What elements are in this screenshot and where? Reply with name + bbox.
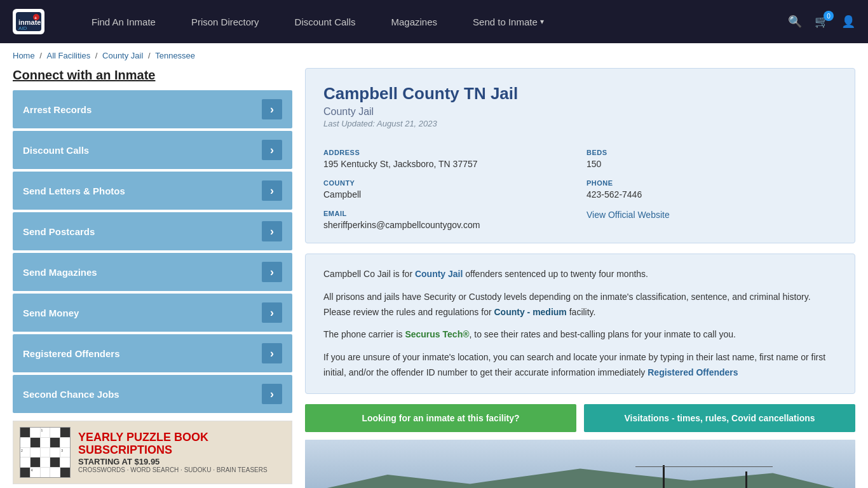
search-icon[interactable]: 🔍 xyxy=(788,15,802,29)
county-jail-link[interactable]: County Jail xyxy=(415,269,463,279)
sidebar-arrest-records[interactable]: Arrest Records › xyxy=(13,90,292,128)
facility-details: ADDRESS 195 Kentucky St, Jacksboro, TN 3… xyxy=(323,140,837,230)
ad-title-line1: YEARLY PUZZLE BOOK xyxy=(78,431,285,444)
user-icon[interactable]: 👤 xyxy=(841,15,855,29)
breadcrumb-tennessee[interactable]: Tennessee xyxy=(155,51,195,60)
nav-discount-calls[interactable]: Discount Calls xyxy=(277,0,374,43)
arrow-icon: › xyxy=(262,99,282,119)
svg-text:AID: AID xyxy=(18,25,27,31)
arrow-icon: › xyxy=(262,221,282,241)
sidebar-send-money[interactable]: Send Money › xyxy=(13,294,292,332)
county-value: Campbell xyxy=(323,189,574,200)
nav-magazines[interactable]: Magazines xyxy=(373,0,455,43)
puzzle-grid: 1 23 4 xyxy=(20,427,71,478)
main-layout: Connect with an Inmate Arrest Records › … xyxy=(0,68,868,488)
beds-label: BEDS xyxy=(587,149,837,156)
pole1 xyxy=(663,465,665,488)
county-medium-link[interactable]: County - medium xyxy=(494,307,566,317)
arrow-icon: › xyxy=(262,180,282,201)
arrow-icon: › xyxy=(262,384,282,404)
nav-find-inmate[interactable]: Find An Inmate xyxy=(74,0,173,43)
address-group: ADDRESS 195 Kentucky St, Jacksboro, TN 3… xyxy=(323,149,574,169)
sidebar-send-postcards[interactable]: Send Postcards › xyxy=(13,212,292,250)
breadcrumb-sep3: / xyxy=(148,51,153,60)
desc-para1: Campbell Co Jail is for County Jail offe… xyxy=(323,267,837,282)
ad-banner[interactable]: 1 23 4 YEARLY PUZZLE BOOK SUBSCRIPTIONS … xyxy=(13,421,292,484)
ad-title-line2: SUBSCRIPTIONS xyxy=(78,444,285,457)
registered-offenders-link[interactable]: Registered Offenders xyxy=(648,367,738,377)
desc-para3: The phone carrier is Securus Tech®, to s… xyxy=(323,327,837,342)
facility-type: County Jail xyxy=(323,106,837,118)
desc-para4: If you are unsure of your inmate's locat… xyxy=(323,350,837,381)
arrow-icon: › xyxy=(262,343,282,363)
sidebar-title: Connect with an Inmate xyxy=(13,68,292,83)
desc-para2: All prisons and jails have Security or C… xyxy=(323,290,837,320)
facility-name: Campbell County TN Jail xyxy=(323,84,837,104)
cart-badge: 0 xyxy=(824,11,834,21)
svg-text:+: + xyxy=(34,16,37,20)
beds-value: 150 xyxy=(587,159,837,169)
visitations-button[interactable]: Visitations - times, rules, Covid cancel… xyxy=(584,404,855,432)
logo-icon: inmate AID + xyxy=(13,9,44,34)
email-value: sheriffperkins@campbellcountygov.com xyxy=(323,220,574,230)
email-group: EMAIL sheriffperkins@campbellcountygov.c… xyxy=(323,210,574,230)
breadcrumb: Home / All Facilities / County Jail / Te… xyxy=(0,43,868,68)
main-content: Campbell County TN Jail County Jail Last… xyxy=(305,68,855,488)
pole2 xyxy=(745,471,747,488)
power-line xyxy=(635,466,773,467)
sidebar-registered-offenders[interactable]: Registered Offenders › xyxy=(13,334,292,372)
website-group: View Official Website xyxy=(587,210,837,230)
facility-card: Campbell County TN Jail County Jail Last… xyxy=(305,68,855,243)
arrow-icon: › xyxy=(262,302,282,323)
breadcrumb-all-facilities[interactable]: All Facilities xyxy=(47,51,91,60)
ad-price: STARTING AT $19.95 xyxy=(78,457,285,466)
phone-group: PHONE 423-562-7446 xyxy=(587,179,837,200)
county-group: COUNTY Campbell xyxy=(323,179,574,200)
facility-image xyxy=(305,440,855,488)
nav-send-to-inmate[interactable]: Send to Inmate xyxy=(455,0,562,43)
securus-link[interactable]: Securus Tech® xyxy=(405,329,469,339)
header-icons: 🔍 🛒 0 👤 xyxy=(788,15,855,29)
address-value: 195 Kentucky St, Jacksboro, TN 37757 xyxy=(323,159,574,169)
breadcrumb-home[interactable]: Home xyxy=(13,51,35,60)
sidebar-send-letters[interactable]: Send Letters & Photos › xyxy=(13,172,292,210)
nav-prison-directory[interactable]: Prison Directory xyxy=(173,0,277,43)
ad-text: YEARLY PUZZLE BOOK SUBSCRIPTIONS STARTIN… xyxy=(78,431,285,473)
sidebar-second-chance-jobs[interactable]: Second Chance Jobs › xyxy=(13,375,292,413)
address-label: ADDRESS xyxy=(323,149,574,156)
sidebar-discount-calls[interactable]: Discount Calls › xyxy=(13,131,292,169)
facility-description: Campbell Co Jail is for County Jail offe… xyxy=(305,254,855,394)
phone-label: PHONE xyxy=(587,179,837,187)
facility-updated: Last Updated: August 21, 2023 xyxy=(323,119,837,128)
main-nav: Find An Inmate Prison Directory Discount… xyxy=(74,0,788,43)
ad-inner: 1 23 4 YEARLY PUZZLE BOOK SUBSCRIPTIONS … xyxy=(13,421,292,484)
site-header: inmate AID + Find An Inmate Prison Direc… xyxy=(0,0,868,43)
email-label: EMAIL xyxy=(323,210,574,217)
website-link[interactable]: View Official Website xyxy=(587,210,670,220)
phone-value: 423-562-7446 xyxy=(587,189,837,200)
breadcrumb-sep2: / xyxy=(95,51,100,60)
breadcrumb-sep1: / xyxy=(39,51,44,60)
cart-wrapper[interactable]: 🛒 0 xyxy=(815,15,829,29)
sidebar-send-magazines[interactable]: Send Magazines › xyxy=(13,253,292,291)
arrow-icon: › xyxy=(262,262,282,282)
arrow-icon: › xyxy=(262,140,282,160)
site-logo[interactable]: inmate AID + xyxy=(13,9,48,34)
action-buttons: Looking for an inmate at this facility? … xyxy=(305,404,855,432)
find-inmate-button[interactable]: Looking for an inmate at this facility? xyxy=(305,404,576,432)
county-label: COUNTY xyxy=(323,179,574,187)
breadcrumb-county-jail[interactable]: County Jail xyxy=(102,51,143,60)
ad-types: CROSSWORDS · WORD SEARCH · SUDOKU · BRAI… xyxy=(78,466,285,473)
beds-group: BEDS 150 xyxy=(587,149,837,169)
sidebar: Connect with an Inmate Arrest Records › … xyxy=(13,68,292,488)
